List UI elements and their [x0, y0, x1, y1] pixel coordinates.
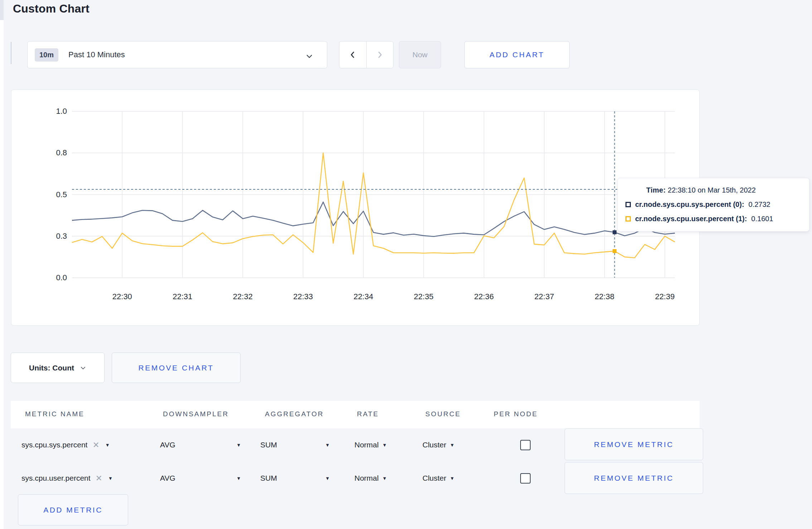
downsampler-value: AVG	[160, 441, 175, 449]
rate-select[interactable]: Normal ▼	[354, 428, 387, 461]
chevron-down-icon	[305, 52, 313, 60]
add-metric-button[interactable]: ADD METRIC	[18, 494, 128, 525]
dropdown-caret-icon: ▼	[450, 442, 455, 448]
rate-value: Normal	[354, 474, 379, 482]
column-header-rate: RATE	[357, 410, 379, 418]
y-axis-tick-label: 0.0	[42, 273, 67, 282]
column-header-source: SOURCE	[425, 410, 461, 418]
tooltip-time-value: 22:38:10 on Mar 15th, 2022	[668, 186, 756, 194]
downsampler-value: AVG	[160, 474, 175, 482]
chevron-right-icon	[376, 51, 384, 59]
add-chart-button[interactable]: ADD CHART	[464, 41, 570, 68]
left-edge-strip	[0, 0, 4, 529]
dropdown-caret-icon: ▼	[236, 476, 241, 481]
column-header-per-node: PER NODE	[494, 410, 538, 418]
tooltip-series-name: cr.node.sys.cpu.user.percent (1):	[635, 215, 747, 223]
x-axis-tick-label: 22:32	[225, 292, 261, 301]
line-chart	[72, 111, 675, 278]
tooltip-time: Time: 22:38:10 on Mar 15th, 2022	[625, 186, 809, 194]
aggregator-value: SUM	[260, 474, 277, 482]
x-axis-tick-label: 22:38	[587, 292, 623, 301]
dropdown-caret-icon: ▼	[382, 442, 387, 448]
source-select[interactable]: Cluster ▼	[422, 462, 454, 495]
source-value: Cluster	[422, 441, 446, 449]
page-title: Custom Chart	[13, 2, 90, 15]
series-swatch-sys	[625, 202, 631, 207]
units-select[interactable]: Units: Count	[11, 353, 105, 383]
x-axis-tick-label: 22:39	[647, 292, 683, 301]
per-node-checkbox[interactable]	[520, 440, 531, 450]
tooltip-series-row: cr.node.sys.cpu.user.percent (1): 0.1601	[625, 215, 809, 223]
downsampler-select[interactable]: AVG ▼	[160, 428, 241, 461]
source-select[interactable]: Cluster ▼	[422, 428, 454, 461]
toolbar-divider	[11, 42, 11, 64]
dropdown-caret-icon: ▼	[236, 442, 241, 448]
dropdown-caret-icon: ▼	[325, 442, 330, 448]
x-axis-tick-label: 22:31	[165, 292, 200, 301]
tooltip-series-row: cr.node.sys.cpu.sys.percent (0): 0.2732	[625, 200, 809, 209]
metric-name-value: sys.cpu.user.percent	[21, 474, 91, 482]
downsampler-select[interactable]: AVG ▼	[160, 462, 241, 495]
y-axis-tick-label: 1.0	[42, 107, 67, 116]
dropdown-caret-icon: ▼	[108, 476, 113, 481]
rate-value: Normal	[354, 441, 379, 449]
aggregator-select[interactable]: SUM ▼	[260, 462, 330, 495]
aggregator-value: SUM	[260, 441, 277, 449]
y-axis-tick-label: 0.5	[42, 190, 67, 199]
tooltip-series-name: cr.node.sys.cpu.sys.percent (0):	[635, 200, 744, 209]
x-axis-tick-label: 22:35	[406, 292, 441, 301]
chart-tooltip: Time: 22:38:10 on Mar 15th, 2022 cr.node…	[617, 178, 809, 232]
x-axis-tick-label: 22:33	[285, 292, 321, 301]
dropdown-caret-icon: ▼	[382, 476, 387, 481]
metric-name-select[interactable]: sys.cpu.sys.percent ✕ ▼	[21, 428, 110, 461]
per-node-cell	[514, 428, 536, 461]
custom-chart-page: Custom Chart 10m Past 10 Minutes Now ADD…	[0, 0, 812, 529]
clear-metric-icon[interactable]: ✕	[92, 440, 99, 450]
per-node-checkbox[interactable]	[520, 473, 531, 484]
next-window-button[interactable]	[366, 42, 393, 68]
crosshair-marker	[613, 230, 617, 234]
chevron-left-icon	[349, 51, 357, 59]
dropdown-caret-icon: ▼	[325, 476, 330, 481]
column-header-aggregator: AGGREGATOR	[265, 410, 324, 418]
now-button[interactable]: Now	[399, 41, 441, 68]
aggregator-select[interactable]: SUM ▼	[260, 428, 330, 461]
tooltip-time-label: Time:	[646, 186, 666, 194]
column-header-metric-name: METRIC NAME	[25, 410, 84, 418]
clear-metric-icon[interactable]: ✕	[96, 474, 102, 483]
metric-row: sys.cpu.user.percent ✕ ▼ AVG ▼ SUM ▼ Nor…	[11, 462, 700, 495]
tooltip-series-value: 0.1601	[751, 215, 773, 223]
chart-card: 0.00.30.50.81.022:3022:3122:3222:3322:34…	[11, 89, 700, 326]
metric-name-select[interactable]: sys.cpu.user.percent ✕ ▼	[21, 462, 113, 495]
rate-select[interactable]: Normal ▼	[354, 462, 387, 495]
x-axis-tick-label: 22:34	[345, 292, 381, 301]
crosshair-marker	[613, 249, 617, 253]
dropdown-caret-icon: ▼	[105, 442, 110, 448]
time-range-badge: 10m	[35, 48, 58, 62]
metrics-table-header: METRIC NAME DOWNSAMPLER AGGREGATOR RATE …	[11, 401, 700, 428]
series-line	[72, 202, 675, 236]
time-range-label: Past 10 Minutes	[68, 50, 125, 59]
y-axis-tick-label: 0.3	[42, 232, 67, 241]
column-header-downsampler: DOWNSAMPLER	[163, 410, 229, 418]
per-node-cell	[514, 462, 536, 495]
series-swatch-user	[625, 216, 631, 222]
remove-metric-button[interactable]: REMOVE METRIC	[565, 428, 703, 460]
prev-window-button[interactable]	[339, 42, 366, 68]
source-value: Cluster	[422, 474, 446, 482]
x-axis-tick-label: 22:37	[526, 292, 562, 301]
chevron-down-icon	[80, 365, 86, 371]
x-axis-tick-label: 22:36	[466, 292, 502, 301]
chart-plot-area[interactable]	[72, 111, 675, 278]
x-axis-tick-label: 22:30	[104, 292, 140, 301]
metric-row: sys.cpu.sys.percent ✕ ▼ AVG ▼ SUM ▼ Norm…	[11, 428, 700, 461]
y-axis-tick-label: 0.8	[42, 148, 67, 157]
tooltip-series-value: 0.2732	[749, 200, 770, 209]
remove-chart-button[interactable]: REMOVE CHART	[112, 353, 241, 383]
time-range-select[interactable]: 10m Past 10 Minutes	[27, 41, 327, 68]
left-edge-corner	[0, 0, 4, 20]
metric-name-value: sys.cpu.sys.percent	[21, 441, 87, 449]
remove-metric-button[interactable]: REMOVE METRIC	[565, 462, 703, 494]
series-line	[72, 153, 675, 258]
time-window-pager	[339, 41, 393, 68]
